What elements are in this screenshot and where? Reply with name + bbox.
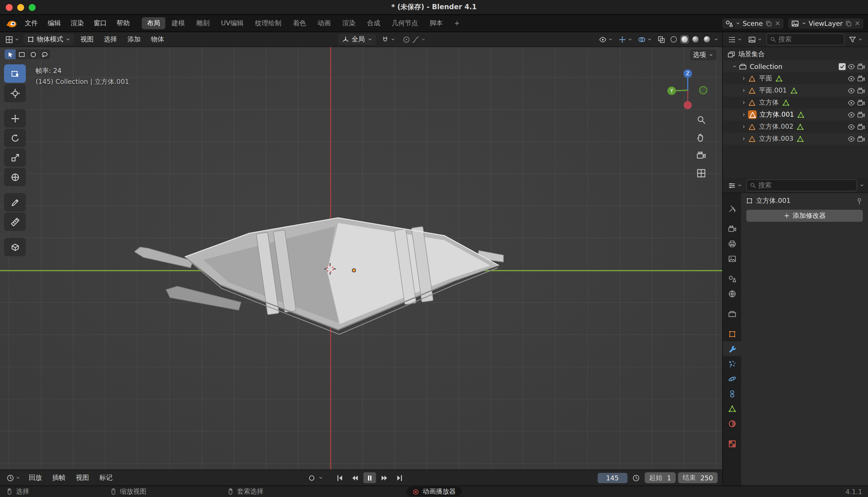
- workspace-tab-shading[interactable]: 着色: [288, 17, 311, 29]
- properties-tab-object-data[interactable]: [723, 401, 741, 416]
- shading-dropdown-icon[interactable]: [713, 37, 719, 42]
- chevron-down-icon[interactable]: [318, 475, 323, 480]
- disable-in-renders-icon[interactable]: [857, 74, 865, 83]
- disable-in-renders-icon[interactable]: [857, 123, 865, 131]
- menu-view[interactable]: 视图: [76, 34, 98, 45]
- workspace-tab-compositing[interactable]: 合成: [362, 17, 385, 29]
- properties-tab-object[interactable]: [723, 326, 741, 341]
- chevron-right-icon[interactable]: [741, 88, 746, 93]
- prev-keyframe-button[interactable]: [349, 472, 362, 483]
- menu-keying[interactable]: 插帧: [48, 472, 70, 483]
- workspace-tab-uv[interactable]: UV编辑: [216, 17, 249, 29]
- editor-type-selector[interactable]: [3, 34, 21, 44]
- properties-tab-modifiers[interactable]: [723, 341, 741, 356]
- xray-toggle[interactable]: [656, 34, 667, 44]
- timeline-editor-selector[interactable]: [4, 472, 23, 483]
- properties-tab-render[interactable]: [723, 221, 741, 236]
- properties-tab-scene[interactable]: [723, 271, 741, 286]
- outliner-editor-selector[interactable]: [726, 34, 744, 44]
- current-frame-field[interactable]: 145: [597, 472, 627, 483]
- transform-orientation-selector[interactable]: 全局: [338, 34, 376, 45]
- add-modifier-button[interactable]: 添加修改器: [746, 210, 863, 222]
- properties-tab-physics[interactable]: [723, 371, 741, 386]
- properties-search-input[interactable]: 搜索: [746, 179, 857, 191]
- close-window-button[interactable]: [6, 4, 13, 11]
- workspace-tab-texture-paint[interactable]: 纹理绘制: [250, 17, 287, 29]
- jump-to-end-button[interactable]: [394, 472, 406, 483]
- zoom-icon[interactable]: [696, 115, 706, 125]
- outliner-row-cube-001-active[interactable]: 立方体.001: [723, 109, 868, 120]
- select-box-button[interactable]: [16, 49, 27, 59]
- outliner-search-input[interactable]: 搜索: [766, 33, 844, 45]
- hide-in-viewport-icon[interactable]: [847, 123, 855, 131]
- properties-tab-tool[interactable]: [723, 201, 741, 216]
- tool-measure[interactable]: [4, 213, 26, 231]
- chevron-right-icon[interactable]: [741, 100, 746, 105]
- chevron-right-icon[interactable]: [741, 136, 746, 141]
- workspace-tab-scripting[interactable]: 脚本: [425, 17, 448, 29]
- hide-in-viewport-icon[interactable]: [847, 111, 855, 119]
- disable-in-renders-icon[interactable]: [857, 62, 865, 70]
- select-tweak-button[interactable]: [4, 49, 15, 59]
- select-circle-button[interactable]: [28, 49, 39, 59]
- menu-help[interactable]: 帮助: [112, 17, 134, 29]
- workspace-tab-rendering[interactable]: 渲染: [337, 17, 361, 29]
- outliner-row-collection[interactable]: Collection: [723, 60, 868, 72]
- shading-rendered-button[interactable]: [702, 35, 712, 44]
- menu-playback[interactable]: 回放: [25, 472, 46, 483]
- animation-player-status[interactable]: 动画播放器: [407, 487, 461, 496]
- scene-selector[interactable]: Scene: [722, 18, 783, 28]
- chevron-right-icon[interactable]: [741, 112, 746, 117]
- chevron-right-icon[interactable]: [741, 76, 746, 81]
- show-overlays-toggle[interactable]: [636, 34, 654, 44]
- properties-editor-selector[interactable]: [726, 180, 744, 190]
- frame-end-field[interactable]: 结束 250: [678, 472, 718, 483]
- chevron-right-icon[interactable]: [741, 124, 746, 129]
- menu-add[interactable]: 添加: [123, 34, 145, 45]
- show-gizmo-toggle[interactable]: [617, 34, 634, 44]
- properties-tab-texture[interactable]: [723, 436, 741, 451]
- properties-tab-material[interactable]: [723, 416, 741, 431]
- hide-in-viewport-icon[interactable]: [847, 99, 855, 106]
- properties-tab-constraints[interactable]: [723, 386, 741, 401]
- tool-add-cube[interactable]: [4, 238, 26, 256]
- tool-move[interactable]: [4, 109, 26, 128]
- outliner-row-cube-002[interactable]: 立方体.002: [723, 120, 868, 133]
- collection-checkbox[interactable]: [839, 63, 845, 70]
- workspace-tab-modeling[interactable]: 建模: [166, 17, 190, 29]
- tool-cursor[interactable]: [4, 84, 26, 102]
- object-origin-dot[interactable]: [352, 268, 356, 272]
- pan-hand-icon[interactable]: [696, 133, 706, 142]
- outliner-row-plane[interactable]: 平面: [723, 72, 868, 84]
- outliner-row-scene-collection[interactable]: 场景集合: [723, 48, 868, 60]
- properties-tab-particles[interactable]: [723, 356, 741, 371]
- chevron-down-icon[interactable]: [732, 64, 737, 69]
- outliner-row-cube[interactable]: 立方体: [723, 97, 868, 109]
- visibility-dropdown[interactable]: [597, 34, 615, 44]
- proportional-edit-toggle[interactable]: [400, 34, 427, 44]
- pin-icon[interactable]: [855, 197, 864, 205]
- disable-in-renders-icon[interactable]: [857, 135, 865, 143]
- properties-tab-world[interactable]: [723, 286, 741, 301]
- next-keyframe-button[interactable]: [379, 472, 391, 483]
- use-preview-range-icon[interactable]: [632, 474, 640, 482]
- properties-tab-output[interactable]: [723, 236, 741, 251]
- disable-in-renders-icon[interactable]: [857, 111, 865, 119]
- menu-render[interactable]: 渲染: [66, 17, 88, 29]
- viewport-3d[interactable]: 帧率: 24 (145) Collection | 立方体.001: [0, 47, 722, 469]
- mode-selector[interactable]: 物体模式: [24, 34, 74, 45]
- outliner-filter-button[interactable]: [847, 34, 865, 44]
- hide-in-viewport-icon[interactable]: [847, 74, 855, 83]
- tool-scale[interactable]: [4, 148, 26, 167]
- chevron-down-icon[interactable]: [859, 183, 865, 188]
- outliner-row-plane-001[interactable]: 平面.001: [723, 84, 868, 97]
- hide-in-viewport-icon[interactable]: [847, 86, 855, 95]
- menu-file[interactable]: 文件: [20, 17, 43, 29]
- shading-material-button[interactable]: [691, 35, 701, 44]
- boat-model[interactable]: [134, 215, 504, 337]
- tool-select-box[interactable]: [4, 65, 26, 83]
- menu-edit[interactable]: 编辑: [43, 17, 65, 29]
- camera-view-icon[interactable]: [696, 151, 706, 160]
- tool-annotate[interactable]: [4, 193, 26, 211]
- menu-window[interactable]: 窗口: [89, 17, 112, 29]
